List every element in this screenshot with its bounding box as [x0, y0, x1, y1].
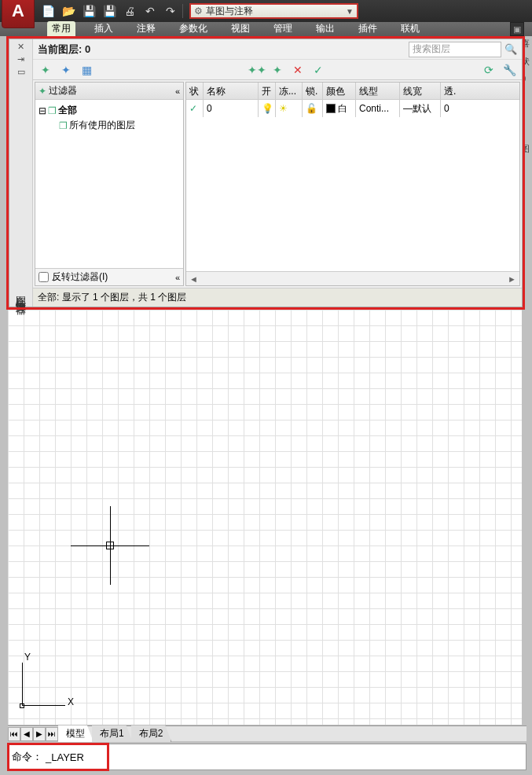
freeze-layer-icon[interactable]: ✦	[270, 62, 285, 78]
refresh-icon[interactable]: ⟳	[481, 62, 497, 78]
new-group-icon[interactable]: ✦	[58, 62, 74, 78]
filter-icon: ✦	[39, 86, 46, 97]
layers-icon: ❐	[48, 105, 57, 116]
ribbon-options-icon[interactable]: ▣	[510, 22, 524, 36]
tab-layout2[interactable]: 布局2	[131, 725, 172, 742]
invert-filter-checkbox[interactable]	[39, 272, 49, 282]
scroll-right-icon[interactable]: ►	[508, 274, 516, 284]
tree-all-label: 全部	[58, 104, 77, 117]
tree-item-all[interactable]: ⊟ ❐ 全部	[39, 103, 180, 118]
scroll-left-icon[interactable]: ◄	[189, 274, 198, 284]
pickbox-cursor	[106, 542, 114, 549]
saveas-icon[interactable]: 💾	[101, 2, 118, 20]
layer-states-icon[interactable]: ▦	[79, 62, 94, 78]
transparency-value[interactable]: 0	[441, 100, 461, 117]
tab-last-icon[interactable]: ⏭	[46, 727, 58, 741]
tree-item-used[interactable]: ❐ 所有使用的图层	[39, 118, 180, 133]
filter-header-label: 过滤器	[49, 84, 77, 97]
color-label: 白	[338, 102, 347, 116]
col-freeze[interactable]: 冻...	[276, 83, 303, 99]
lock-icon[interactable]: 🔓	[306, 103, 317, 114]
tab-addins[interactable]: 插件	[354, 21, 382, 36]
col-transparency[interactable]: 透.	[441, 83, 461, 99]
collapse-icon[interactable]: «	[175, 86, 180, 96]
collapse-icon[interactable]: «	[175, 273, 180, 282]
command-line[interactable]: 命令： _LAYER	[8, 744, 526, 770]
menu-icon[interactable]: ▭	[15, 66, 28, 77]
close-icon[interactable]: ✕	[15, 41, 28, 52]
col-lineweight[interactable]: 线宽	[400, 83, 441, 99]
tab-view[interactable]: 视图	[226, 21, 255, 36]
edge-icon[interactable]: 状	[521, 56, 532, 68]
col-color[interactable]: 颜色	[323, 83, 356, 99]
qat-separator	[182, 4, 183, 18]
edge-icon[interactable]: 喜	[521, 38, 532, 50]
current-layer-label: 当前图层: 0	[38, 42, 90, 57]
tab-next-icon[interactable]: ▶	[33, 727, 46, 741]
ucs-y-label: Y	[24, 652, 31, 663]
col-name[interactable]: 名称	[204, 83, 259, 99]
tab-model[interactable]: 模型	[58, 725, 94, 742]
pin-icon[interactable]: ⇥	[15, 53, 28, 64]
col-status[interactable]: 状	[186, 83, 204, 99]
lineweight-value: 默认	[413, 102, 431, 116]
color-swatch[interactable]	[326, 104, 336, 113]
redo-icon[interactable]: ↷	[162, 2, 179, 20]
linetype-value[interactable]: Conti...	[356, 100, 400, 117]
search-icon[interactable]: 🔍	[504, 43, 517, 55]
layers-icon: ❐	[59, 120, 68, 131]
save-icon[interactable]: 💾	[80, 2, 97, 20]
col-lock[interactable]: 锁.	[303, 83, 323, 99]
grid-header: 状 名称 开 冻... 锁. 颜色 线型 线宽 透.	[186, 83, 519, 100]
panel-side-controls: ✕ ⇥ ▭ 图层特性管理器	[9, 39, 33, 307]
tab-manage[interactable]: 管理	[269, 21, 297, 36]
invert-filter-label: 反转过滤器(I)	[52, 270, 108, 284]
tab-prev-icon[interactable]: ◀	[20, 727, 33, 741]
drawing-canvas[interactable]: Y X	[8, 310, 522, 725]
tree-used-label: 所有使用的图层	[69, 119, 135, 132]
check-icon: ✓	[189, 103, 197, 114]
edge-icon[interactable]: 图	[521, 143, 532, 155]
print-icon[interactable]: 🖨	[121, 2, 138, 20]
command-label: 命令：	[12, 750, 42, 764]
app-logo[interactable]: A	[2, 0, 35, 28]
layer-properties-panel: ✕ ⇥ ▭ 图层特性管理器 当前图层: 0 搜索图层 🔍 ✦ ✦ ▦ ✦✦ ✦ …	[9, 39, 523, 307]
workspace-dropdown[interactable]: ⚙ 草图与注释 ▼	[189, 3, 358, 19]
filter-tree-panel: ✦ 过滤器 « ⊟ ❐ 全部 ❐ 所有使用的图层	[35, 82, 184, 286]
tab-parametric[interactable]: 参数化	[174, 21, 212, 36]
undo-icon[interactable]: ↶	[141, 2, 159, 20]
layer-grid: 状 名称 开 冻... 锁. 颜色 线型 线宽 透. ✓ 0 💡 ☀	[185, 82, 520, 286]
tab-annotate[interactable]: 注释	[132, 21, 160, 36]
tab-first-icon[interactable]: ⏮	[8, 727, 20, 741]
tree-expand-icon[interactable]: ⊟	[39, 105, 46, 116]
layer-name[interactable]: 0	[204, 100, 259, 117]
new-filter-icon[interactable]: ✦	[38, 62, 53, 78]
delete-layer-icon[interactable]: ✕	[290, 62, 306, 78]
search-placeholder: 搜索图层	[413, 42, 450, 56]
new-icon[interactable]: 📄	[39, 2, 57, 20]
settings-icon[interactable]: 🔧	[501, 62, 517, 78]
layer-row[interactable]: ✓ 0 💡 ☀ 🔓 白 Conti... — 默认 0	[186, 100, 519, 117]
grid-background	[8, 310, 522, 725]
gear-icon: ⚙	[194, 6, 203, 17]
workspace-label: 草图与注释	[206, 5, 253, 18]
new-layer-icon[interactable]: ✦✦	[249, 62, 265, 78]
tab-online[interactable]: 联机	[396, 21, 424, 36]
right-edge-toolbar: 喜 状 0 图	[521, 38, 532, 155]
search-input[interactable]: 搜索图层	[409, 42, 501, 57]
lightbulb-icon[interactable]: 💡	[262, 103, 273, 114]
tab-output[interactable]: 输出	[311, 21, 339, 36]
set-current-icon[interactable]: ✓	[310, 62, 326, 78]
layer-status-bar: 全部: 显示了 1 个图层，共 1 个图层	[33, 288, 522, 307]
sun-icon[interactable]: ☀	[279, 103, 288, 114]
ucs-x-label: X	[68, 696, 74, 707]
command-value: _LAYER	[46, 751, 84, 763]
edge-zero: 0	[521, 74, 532, 83]
tab-home[interactable]: 常用	[47, 21, 75, 36]
tab-insert[interactable]: 插入	[90, 21, 118, 36]
grid-scrollbar[interactable]: ◄ ►	[186, 271, 519, 285]
tab-layout1[interactable]: 布局1	[92, 725, 133, 742]
col-linetype[interactable]: 线型	[356, 83, 400, 99]
open-icon[interactable]: 📂	[60, 2, 77, 20]
col-on[interactable]: 开	[259, 83, 276, 99]
